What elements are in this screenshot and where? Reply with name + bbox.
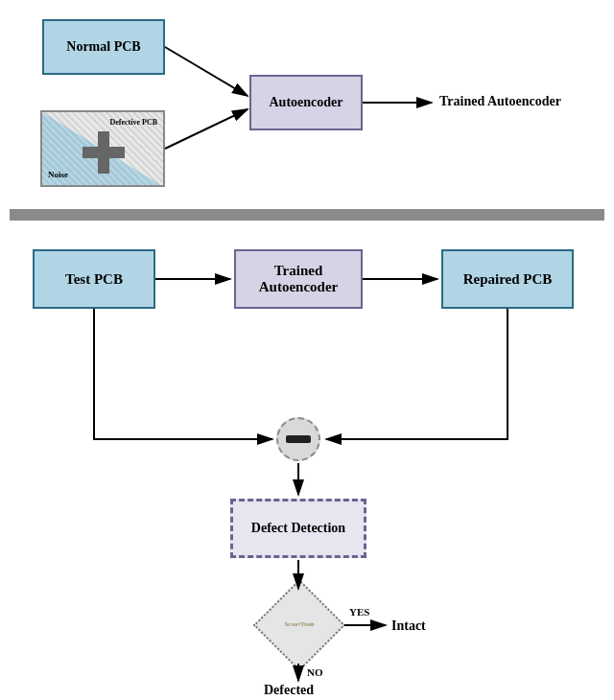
yes-label: YES (349, 606, 369, 618)
autoencoder-box: Autoencoder (249, 75, 363, 130)
noise-defective-box: Defective PCB Noise (40, 110, 165, 187)
trained-autoencoder-box: Trained Autoencoder (234, 249, 363, 309)
trained-autoencoder-output: Trained Autoencoder (439, 94, 561, 109)
no-label: NO (307, 666, 323, 678)
plus-icon (83, 131, 125, 174)
noise-label: Noise (48, 170, 68, 179)
defect-detection-label: Defect Detection (251, 521, 345, 536)
svg-line-0 (165, 47, 248, 96)
test-pcb-label: Test PCB (65, 271, 123, 288)
autoencoder-label: Autoencoder (270, 95, 343, 110)
defected-label: Defected (264, 683, 314, 698)
test-pcb-box: Test PCB (33, 249, 155, 309)
subtract-node (276, 417, 320, 461)
section-separator (10, 209, 604, 221)
normal-pcb-box: Normal PCB (42, 19, 165, 75)
minus-icon (286, 435, 311, 443)
intact-label: Intact (391, 618, 426, 634)
defect-detection-box: Defect Detection (230, 499, 366, 558)
normal-pcb-label: Normal PCB (66, 39, 140, 55)
defective-pcb-label: Defective PCB (109, 118, 157, 127)
repaired-pcb-label: Repaired PCB (463, 271, 553, 288)
svg-line-1 (165, 109, 248, 149)
trained-autoencoder-label: Trained Autoencoder (259, 263, 339, 295)
decision-diamond (253, 579, 345, 671)
repaired-pcb-box: Repaired PCB (441, 249, 574, 309)
